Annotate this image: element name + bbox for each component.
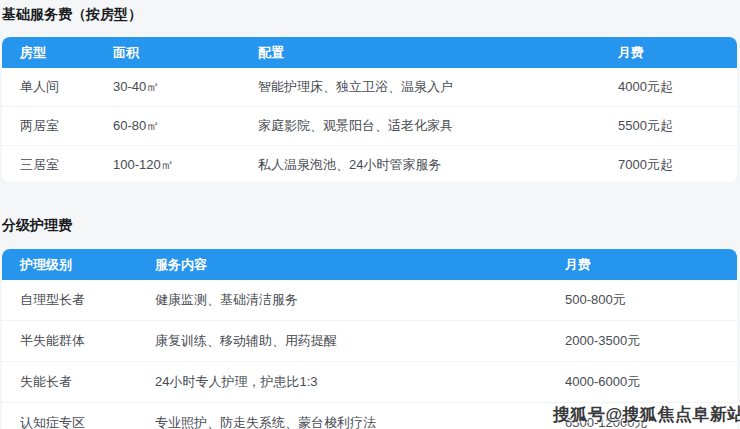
column-header-area: 面积 [113, 44, 258, 62]
table-row: 半失能群体 康复训练、移动辅助、用药提醒 2000-3500元 [2, 320, 737, 361]
column-header-monthly-fee: 月费 [618, 44, 737, 62]
page: { "page": { "background_color": "#f4f6f8… [0, 0, 740, 429]
cell-room-type: 三居室 [2, 156, 113, 174]
cell-monthly-fee: 4000元起 [618, 78, 737, 96]
sohu-watermark: 搜狐号@搜狐焦点阜新站 [553, 403, 740, 426]
cell-care-level: 自理型长者 [2, 291, 155, 309]
table-row: 失能长者 24小时专人护理，护患比1:3 4000-6000元 [2, 361, 737, 402]
cell-service-content: 24小时专人护理，护患比1:3 [155, 373, 565, 391]
cell-area: 30-40㎡ [113, 78, 258, 96]
cell-service-content: 健康监测、基础清洁服务 [155, 291, 565, 309]
table-row: 三居室 100-120㎡ 私人温泉泡池、24小时管家服务 7000元起 [2, 145, 737, 182]
basic-fee-table-header-row: 房型 面积 配置 月费 [2, 37, 737, 68]
cell-monthly-fee: 5500元起 [618, 117, 737, 135]
basic-fee-table: 房型 面积 配置 月费 单人间 30-40㎡ 智能护理床、独立卫浴、温泉入户 4… [2, 37, 737, 182]
cell-area: 60-80㎡ [113, 117, 258, 135]
cell-room-type: 单人间 [2, 78, 113, 96]
column-header-service-content: 服务内容 [155, 256, 565, 274]
cell-monthly-fee: 500-800元 [565, 291, 737, 309]
cell-monthly-fee: 4000-6000元 [565, 373, 737, 391]
column-header-care-level: 护理级别 [2, 256, 155, 274]
cell-monthly-fee: 7000元起 [618, 156, 737, 174]
cell-room-type: 两居室 [2, 117, 113, 135]
cell-service-content: 专业照护、防走失系统、蒙台梭利疗法 [155, 414, 565, 429]
cell-area: 100-120㎡ [113, 156, 258, 174]
column-header-room-type: 房型 [2, 44, 113, 62]
cell-service-content: 康复训练、移动辅助、用药提醒 [155, 332, 565, 350]
cell-config: 智能护理床、独立卫浴、温泉入户 [258, 78, 618, 96]
cell-care-level: 半失能群体 [2, 332, 155, 350]
column-header-config: 配置 [258, 44, 618, 62]
basic-fee-section-title: 基础服务费（按房型） [2, 6, 142, 24]
cell-monthly-fee: 2000-3500元 [565, 332, 737, 350]
column-header-monthly-fee: 月费 [565, 256, 737, 274]
table-row: 单人间 30-40㎡ 智能护理床、独立卫浴、温泉入户 4000元起 [2, 68, 737, 106]
table-row: 自理型长者 健康监测、基础清洁服务 500-800元 [2, 280, 737, 320]
nursing-fee-section-title: 分级护理费 [2, 217, 72, 235]
nursing-fee-table: 护理级别 服务内容 月费 自理型长者 健康监测、基础清洁服务 500-800元 … [2, 249, 737, 429]
cell-care-level: 认知症专区 [2, 414, 155, 429]
cell-care-level: 失能长者 [2, 373, 155, 391]
cell-config: 私人温泉泡池、24小时管家服务 [258, 156, 618, 174]
cell-config: 家庭影院、观景阳台、适老化家具 [258, 117, 618, 135]
nursing-fee-table-header-row: 护理级别 服务内容 月费 [2, 249, 737, 280]
table-row: 两居室 60-80㎡ 家庭影院、观景阳台、适老化家具 5500元起 [2, 106, 737, 145]
